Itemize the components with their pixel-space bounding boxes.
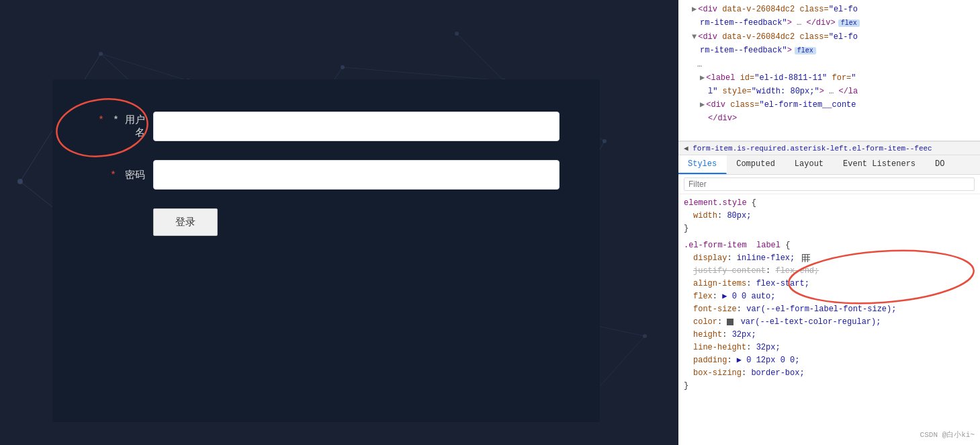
tab-layout[interactable]: Layout	[785, 155, 834, 174]
html-line-1: ▶ <div data-v-26084dc2 class="el-fo	[678, 3, 980, 16]
tag-label: <label	[706, 72, 740, 84]
html-line-5: </div>	[678, 112, 980, 125]
password-row: * 密码	[93, 160, 560, 190]
login-container: * * 用户名 * 密码 登录	[52, 79, 600, 422]
tag-div-1: <div	[698, 3, 722, 15]
username-row: * * 用户名	[93, 112, 560, 141]
tab-event-listeners[interactable]: Event Listeners	[834, 155, 926, 174]
css-justify-content-line: justify-content: flex-end;	[684, 265, 975, 278]
tab-do[interactable]: DO	[926, 155, 954, 174]
css-align-items-line: align-items: flex-start;	[684, 278, 975, 290]
expand-arrow-1[interactable]: ▶	[692, 3, 697, 15]
css-el-form-item-selector: .el-form-item label {	[684, 239, 975, 252]
html-line-3b: l" style="width: 80px;"> … </la	[678, 85, 980, 98]
color-swatch	[727, 319, 733, 325]
filter-input[interactable]	[684, 177, 975, 191]
html-line-2b: rm-item--feedback">flex	[678, 44, 980, 58]
html-line-4: ▶ <div class="el-form-item__conte	[678, 98, 980, 112]
css-section-element-style: element.style { width: 80px; }	[684, 197, 975, 235]
badge-flex-2: flex	[795, 47, 816, 54]
devtools-breadcrumb: ◀ form-item.is-required.asterisk-left.el…	[678, 141, 980, 155]
password-label-text: 密码	[125, 170, 145, 181]
html-line-1b: rm-item--feedback"> … </div>flex	[678, 16, 980, 30]
css-element-style-selector: element.style {	[684, 197, 975, 210]
password-label: * 密码	[93, 169, 153, 181]
html-line-3: ▶ <label id="el-id-8811-11" for="	[678, 71, 980, 85]
username-label: * * 用户名	[93, 114, 153, 139]
css-section-el-form-item: .el-form-item label { display: inline-fl…	[684, 239, 975, 393]
svg-line-26	[343, 67, 504, 81]
login-button[interactable]: 登录	[153, 208, 218, 236]
css-color-line: color: var(--el-text-color-regular);	[684, 316, 975, 329]
svg-line-32	[101, 54, 188, 81]
devtools-tabs: Styles Computed Layout Event Listeners D…	[678, 155, 980, 175]
html-line-dots: …	[678, 58, 980, 71]
css-padding-line: padding: ▶ 0 12px 0 0;	[684, 354, 975, 367]
expand-arrow-2[interactable]: ▼	[692, 31, 697, 43]
required-asterisk-username: *	[98, 115, 104, 126]
tag-div-content: <div	[706, 99, 730, 111]
css-flex-line: flex: ▶ 0 0 auto;	[684, 290, 975, 303]
css-height-line: height: 32px;	[684, 329, 975, 341]
expand-arrow-4[interactable]: ▶	[700, 99, 705, 111]
css-el-form-item-close: }	[684, 380, 975, 393]
login-page-panel: * * 用户名 * 密码 登录	[0, 0, 678, 445]
css-line-height-line: line-height: 32px;	[684, 341, 975, 354]
username-input[interactable]	[153, 112, 560, 141]
svg-line-33	[457, 34, 504, 81]
required-asterisk-password: *	[110, 170, 116, 181]
tag-div-2: <div	[698, 31, 722, 43]
css-display-line: display: inline-flex;	[684, 252, 975, 265]
tab-styles[interactable]: Styles	[678, 155, 727, 174]
devtools-panel: ▶ <div data-v-26084dc2 class="el-fo rm-i…	[678, 0, 980, 445]
css-font-size-line: font-size: var(--el-form-label-font-size…	[684, 303, 975, 316]
devtools-css-pane: element.style { width: 80px; } .el-form-…	[678, 194, 980, 445]
css-element-style-close: }	[684, 222, 975, 235]
css-box-sizing-line: box-sizing: border-box;	[684, 367, 975, 380]
watermark: CSDN @白小ki~	[920, 430, 975, 440]
expand-arrow-3[interactable]: ▶	[700, 72, 705, 84]
devtools-filter-bar	[678, 175, 980, 194]
grid-icon	[802, 254, 810, 262]
tab-computed[interactable]: Computed	[727, 155, 785, 174]
badge-flex-1: flex	[838, 19, 860, 27]
css-width-line: width: 80px;	[684, 210, 975, 222]
devtools-html-tree: ▶ <div data-v-26084dc2 class="el-fo rm-i…	[678, 0, 980, 141]
html-line-2: ▼ <div data-v-26084dc2 class="el-fo	[678, 30, 980, 44]
username-label-text: * 用户名	[113, 115, 145, 139]
breadcrumb-text: form-item.is-required.asterisk-left.el-f…	[693, 145, 932, 153]
password-input[interactable]	[153, 160, 560, 190]
